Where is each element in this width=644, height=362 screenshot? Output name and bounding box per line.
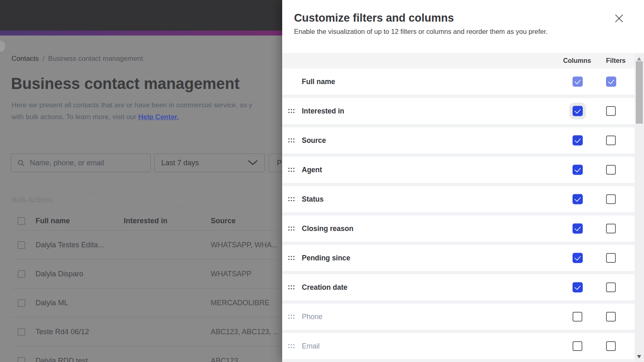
customize-item-row: Email	[282, 333, 635, 359]
select-all-checkbox[interactable]	[18, 217, 25, 225]
column-header-interested-in: Interested in	[124, 217, 211, 225]
search-input[interactable]: Name, phone, or email	[11, 153, 151, 172]
customize-item-row: Full name	[282, 69, 635, 95]
customize-item-label: Creation date	[302, 283, 348, 292]
columns-header-label: Columns	[563, 53, 591, 69]
close-button[interactable]	[615, 12, 628, 25]
filters-checkbox[interactable]	[606, 282, 616, 292]
date-range-select[interactable]: Last 7 days	[154, 153, 265, 172]
customize-item-label: Closing reason	[302, 224, 353, 233]
chevron-down-icon	[248, 160, 258, 166]
columns-checkbox[interactable]	[573, 224, 583, 234]
drag-handle-icon[interactable]	[288, 315, 290, 316]
breadcrumb-contacts-link[interactable]: Contacts	[11, 55, 39, 62]
help-center-link[interactable]: Help Center.	[138, 113, 179, 121]
cell-full-name: Dalyla RDD test...	[36, 357, 124, 362]
search-placeholder: Name, phone, or email	[30, 159, 104, 167]
columns-checkbox[interactable]	[573, 106, 583, 116]
cell-full-name: Teste Rd4 06/12	[36, 328, 124, 336]
row-checkbox[interactable]	[18, 299, 25, 307]
customize-item-row: Agent	[282, 157, 635, 183]
customize-item-label: Phone	[302, 313, 323, 321]
row-checkbox[interactable]	[18, 241, 25, 249]
bulk-close-button[interactable]: Close	[67, 196, 98, 204]
filters-checkbox[interactable]	[606, 341, 616, 351]
archive-icon	[90, 196, 98, 204]
filters-checkbox[interactable]	[606, 77, 616, 87]
customize-filters-modal: Customize filters and columns Enable the…	[282, 0, 644, 362]
filters-checkbox[interactable]	[606, 106, 616, 116]
drag-handle-icon[interactable]	[288, 109, 290, 110]
customize-item-label: Full name	[302, 78, 335, 86]
transfer-icon	[147, 196, 156, 204]
drag-handle-icon[interactable]	[288, 138, 290, 140]
columns-checkbox[interactable]	[573, 77, 583, 87]
description-line-2: with bulk actions. To learn more, visit …	[11, 113, 138, 121]
breadcrumb-current: Business contact management	[48, 55, 143, 62]
cell-full-name: Dalyla ML	[36, 299, 124, 307]
list-header: Columns Filters	[282, 53, 635, 69]
page-title: Business contact management	[11, 75, 240, 93]
customize-item-row: Pending since	[282, 245, 635, 271]
date-range-value: Last 7 days	[161, 159, 199, 167]
drag-handle-icon[interactable]	[288, 168, 290, 169]
bulk-actions-bar: Bulk Actions: Close Transfer Export	[12, 195, 223, 205]
download-icon	[198, 196, 206, 204]
customize-item-row: Creation date	[282, 274, 635, 300]
drag-handle-icon[interactable]	[288, 344, 290, 345]
filters-checkbox[interactable]	[606, 312, 616, 322]
bulk-actions-label: Bulk Actions:	[12, 196, 54, 204]
columns-checkbox[interactable]	[573, 282, 583, 293]
modal-title: Customize filters and columns	[294, 12, 454, 24]
description-line-1: Here we present all contacts that are or…	[11, 101, 252, 109]
columns-checkbox[interactable]	[573, 135, 583, 146]
columns-checkbox[interactable]	[573, 194, 583, 204]
scrollbar-thumb[interactable]	[636, 61, 643, 124]
close-icon	[615, 14, 624, 23]
filters-checkbox[interactable]	[606, 194, 616, 204]
page-description: Here we present all contacts that are or…	[11, 99, 282, 123]
row-checkbox[interactable]	[18, 270, 25, 278]
cell-full-name: Dalyla Testes Edita...	[36, 241, 124, 249]
bulk-transfer-button[interactable]: Transfer	[116, 196, 156, 204]
search-icon	[18, 160, 25, 167]
row-checkbox[interactable]	[18, 357, 25, 362]
drag-handle-icon[interactable]	[288, 256, 290, 257]
customize-item-row: Phone	[282, 304, 635, 330]
customize-item-row: Interested in	[282, 98, 635, 124]
customize-item-label: Status	[302, 195, 323, 204]
filters-checkbox[interactable]	[606, 224, 616, 233]
customize-item-label: Interested in	[302, 107, 344, 115]
columns-checkbox[interactable]	[573, 165, 583, 175]
drag-handle-icon[interactable]	[288, 197, 290, 198]
modal-subtitle: Enable the visualization of up to 12 fil…	[294, 28, 548, 36]
columns-checkbox[interactable]	[573, 253, 583, 263]
scroll-down-arrow-icon[interactable]	[637, 355, 641, 358]
customize-items-list: Full name Interested in Source Agent Sta…	[282, 69, 635, 362]
drag-handle-icon[interactable]	[288, 227, 290, 228]
customize-item-row: Source	[282, 127, 635, 153]
cell-full-name: Dalyla Disparo	[36, 270, 124, 278]
customize-item-row: Closing reason	[282, 215, 635, 242]
customize-item-label: Email	[302, 342, 320, 351]
breadcrumb: Contacts/Business contact management	[11, 55, 143, 63]
filters-checkbox[interactable]	[606, 165, 616, 175]
column-header-full-name: Full name	[36, 217, 124, 225]
filters-checkbox[interactable]	[606, 135, 616, 145]
scroll-up-arrow-icon[interactable]	[637, 57, 641, 60]
columns-checkbox[interactable]	[573, 312, 582, 322]
modal-scrollbar[interactable]	[635, 53, 644, 362]
customize-item-label: Agent	[302, 166, 322, 174]
breadcrumb-separator: /	[42, 55, 45, 62]
row-checkbox[interactable]	[18, 328, 25, 336]
filters-checkbox[interactable]	[606, 253, 616, 263]
customize-item-label: Pending since	[302, 254, 350, 262]
filters-header-label: Filters	[606, 53, 626, 69]
drawer-handle[interactable]	[0, 40, 6, 52]
drag-handle-icon[interactable]	[288, 285, 290, 286]
columns-checkbox[interactable]	[573, 341, 582, 351]
bulk-export-button[interactable]: Export	[173, 196, 206, 204]
customize-item-row: Status	[282, 186, 635, 212]
customize-item-label: Source	[302, 136, 326, 145]
